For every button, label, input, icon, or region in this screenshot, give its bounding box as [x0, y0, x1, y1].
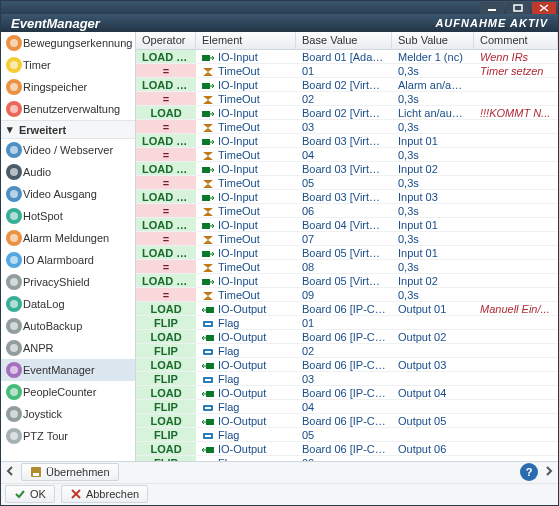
- apply-button[interactable]: Übernehmen: [21, 463, 119, 481]
- cell-subvalue: 0,3s: [392, 204, 474, 217]
- sidebar-item-ext-2[interactable]: Video Ausgang: [1, 183, 135, 205]
- table-row[interactable]: LOADIO-OutputBoard 06 [IP-Camera]Output …: [136, 442, 558, 456]
- chevron-left-icon[interactable]: [5, 466, 15, 478]
- sidebar-item-ext-5[interactable]: IO Alarmboard: [1, 249, 135, 271]
- to-icon: [202, 122, 214, 132]
- footer: Übernehmen ? OK Abbrechen: [1, 461, 558, 505]
- table-row[interactable]: LOAD NOTIO-InputBoard 03 [Virtual]Input …: [136, 190, 558, 204]
- table-row[interactable]: FLIPFlag04: [136, 400, 558, 414]
- col-comment[interactable]: Comment: [474, 32, 558, 49]
- sidebar-item-top-3[interactable]: Benutzerverwaltung: [1, 98, 135, 120]
- table-row[interactable]: LOAD NOTIO-InputBoard 03 [Virtual]Input …: [136, 162, 558, 176]
- table-row[interactable]: LOADIO-InputBoard 02 [Virtual]Licht an/a…: [136, 106, 558, 120]
- table-row[interactable]: LOADIO-OutputBoard 06 [IP-Camera]Output …: [136, 386, 558, 400]
- cell-basevalue: Board 04 [Virtual]: [296, 218, 392, 231]
- sidebar-item-ext-13[interactable]: PTZ Tour: [1, 425, 135, 447]
- table-row[interactable]: FLIPFlag03: [136, 372, 558, 386]
- to-icon: [202, 94, 214, 104]
- out-icon: [202, 332, 214, 342]
- sidebar-item-top-1[interactable]: Timer: [1, 54, 135, 76]
- svg-rect-54: [205, 351, 211, 353]
- table-row[interactable]: LOADIO-OutputBoard 06 [IP-Camera]Output …: [136, 302, 558, 316]
- grid-body[interactable]: LOAD NOTIO-InputBoard 01 [Adam 6x]Melder…: [136, 50, 558, 461]
- cell-comment: [474, 92, 558, 105]
- out-icon: [202, 304, 214, 314]
- table-row[interactable]: LOAD NOTIO-InputBoard 05 [Virtual]Input …: [136, 274, 558, 288]
- table-row[interactable]: =TimeOut070,3s: [136, 232, 558, 246]
- sidebar-item-ext-0[interactable]: Video / Webserver: [1, 139, 135, 161]
- table-row[interactable]: =TimeOut020,3s: [136, 92, 558, 106]
- chevron-right-icon[interactable]: [544, 466, 554, 478]
- sidebar-item-label: IO Alarmboard: [23, 254, 94, 266]
- sidebar-item-ext-12[interactable]: Joystick: [1, 403, 135, 425]
- users-icon: [5, 100, 23, 118]
- cell-element: Flag: [196, 372, 296, 385]
- sidebar-item-top-2[interactable]: Ringspeicher: [1, 76, 135, 98]
- table-row[interactable]: FLIPFlag05: [136, 428, 558, 442]
- table-row[interactable]: =TimeOut010,3sTimer setzen: [136, 64, 558, 78]
- sidebar-item-ext-9[interactable]: ANPR: [1, 337, 135, 359]
- sidebar: BewegungserkennungTimerRingspeicherBenut…: [1, 32, 136, 461]
- cell-element: TimeOut: [196, 120, 296, 133]
- col-subvalue[interactable]: Sub Value: [392, 32, 474, 49]
- table-row[interactable]: =TimeOut030,3s: [136, 120, 558, 134]
- help-button[interactable]: ?: [520, 463, 538, 481]
- sidebar-item-ext-4[interactable]: Alarm Meldungen: [1, 227, 135, 249]
- svg-point-5: [10, 39, 18, 47]
- cell-operator: LOAD NOT: [136, 78, 196, 91]
- table-row[interactable]: LOAD NOTIO-InputBoard 03 [Virtual]Input …: [136, 134, 558, 148]
- table-row[interactable]: =TimeOut080,3s: [136, 260, 558, 274]
- col-element[interactable]: Element: [196, 32, 296, 49]
- table-row[interactable]: FLIPFlag01: [136, 316, 558, 330]
- sidebar-group-label: Erweitert: [19, 124, 66, 136]
- table-row[interactable]: =TimeOut050,3s: [136, 176, 558, 190]
- sidebar-item-ext-10[interactable]: EventManager: [1, 359, 135, 381]
- cell-element: IO-Output: [196, 442, 296, 455]
- sidebar-item-ext-11[interactable]: PeopleCounter: [1, 381, 135, 403]
- table-row[interactable]: FLIPFlag02: [136, 344, 558, 358]
- window-minimize-button[interactable]: [480, 2, 504, 14]
- sidebar-group-erweitert[interactable]: ▾Erweitert: [1, 120, 135, 139]
- window-maximize-button[interactable]: [506, 2, 530, 14]
- grid-header: Operator Element Base Value Sub Value Co…: [136, 32, 558, 50]
- table-row[interactable]: LOAD NOTIO-InputBoard 02 [Virtual]Alarm …: [136, 78, 558, 92]
- sidebar-item-ext-1[interactable]: Audio: [1, 161, 135, 183]
- sidebar-item-ext-8[interactable]: AutoBackup: [1, 315, 135, 337]
- cell-comment: [474, 148, 558, 161]
- sidebar-item-top-0[interactable]: Bewegungserkennung: [1, 32, 135, 54]
- cell-comment: [474, 442, 558, 455]
- cell-operator: =: [136, 260, 196, 273]
- table-row[interactable]: LOADIO-OutputBoard 06 [IP-Camera]Output …: [136, 358, 558, 372]
- window-close-button[interactable]: [532, 2, 556, 14]
- in-icon: [202, 164, 214, 174]
- app-header: EventManager AUFNAHME AKTIV: [1, 14, 558, 32]
- table-row[interactable]: LOADIO-OutputBoard 06 [IP-Camera]Output …: [136, 414, 558, 428]
- cell-subvalue: Input 02: [392, 274, 474, 287]
- cell-basevalue: Board 06 [IP-Camera]: [296, 414, 392, 427]
- cell-subvalue: [392, 372, 474, 385]
- recording-indicator: AUFNAHME AKTIV: [435, 17, 548, 29]
- app-window: EventManager AUFNAHME AKTIV Bewegungserk…: [0, 0, 559, 506]
- cell-operator: LOAD: [136, 442, 196, 455]
- cell-comment: [474, 372, 558, 385]
- table-row[interactable]: =TimeOut040,3s: [136, 148, 558, 162]
- cancel-button[interactable]: Abbrechen: [61, 485, 148, 503]
- sidebar-item-ext-7[interactable]: DataLog: [1, 293, 135, 315]
- sidebar-item-label: AutoBackup: [23, 320, 82, 332]
- table-row[interactable]: LOADIO-OutputBoard 06 [IP-Camera]Output …: [136, 330, 558, 344]
- ok-button[interactable]: OK: [5, 485, 55, 503]
- sidebar-item-ext-3[interactable]: HotSpot: [1, 205, 135, 227]
- table-row[interactable]: LOAD NOTIO-InputBoard 05 [Virtual]Input …: [136, 246, 558, 260]
- cell-subvalue: [392, 344, 474, 357]
- people-icon: [5, 383, 23, 401]
- svg-point-7: [10, 61, 18, 69]
- table-row[interactable]: LOAD NOTIO-InputBoard 01 [Adam 6x]Melder…: [136, 50, 558, 64]
- table-row[interactable]: LOAD NOTIO-InputBoard 04 [Virtual]Input …: [136, 218, 558, 232]
- col-basevalue[interactable]: Base Value: [296, 32, 392, 49]
- table-row[interactable]: =TimeOut060,3s: [136, 204, 558, 218]
- table-row[interactable]: =TimeOut090,3s: [136, 288, 558, 302]
- sidebar-item-ext-6[interactable]: PrivacyShield: [1, 271, 135, 293]
- col-operator[interactable]: Operator: [136, 32, 196, 49]
- cell-comment: [474, 190, 558, 203]
- cell-comment: [474, 218, 558, 231]
